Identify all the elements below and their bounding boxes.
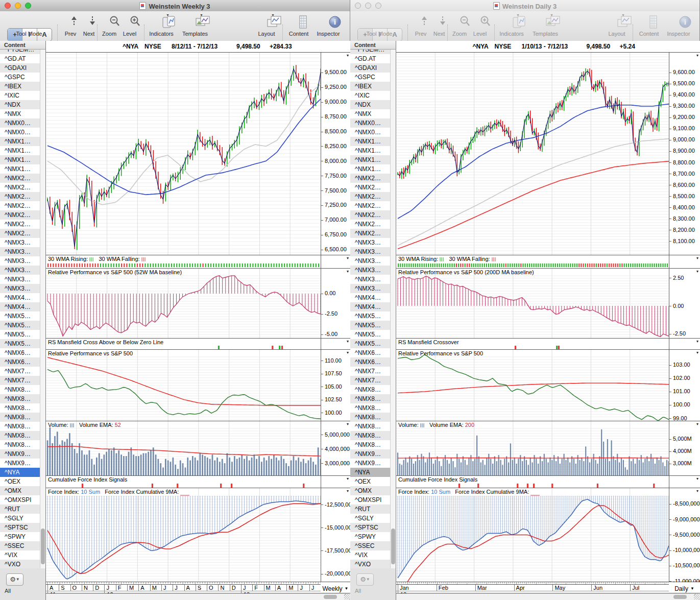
- panel-menu-icon[interactable]: ▾: [696, 53, 698, 58]
- indicators-button[interactable]: ▼Indicators: [147, 11, 176, 40]
- resize-grip[interactable]: [344, 594, 350, 599]
- sidebar-item[interactable]: ^NMX9…: [0, 449, 40, 459]
- sidebar-item[interactable]: ^GDAXI: [350, 63, 391, 73]
- panel-menu-icon[interactable]: ▾: [696, 476, 698, 481]
- sidebar-item[interactable]: ^NMX3…: [350, 284, 391, 293]
- sidebar-item[interactable]: ^VXO: [0, 560, 40, 568]
- sidebar-item[interactable]: ^NMX1…: [0, 137, 40, 146]
- panel-menu-icon[interactable]: ▾: [347, 489, 349, 493]
- sidebar-item[interactable]: ^NMX8…: [0, 440, 40, 449]
- sidebar-item[interactable]: ^NMX1…: [0, 146, 40, 155]
- sidebar-item[interactable]: ^NMX9…: [350, 459, 391, 468]
- periodicity-dropdown[interactable]: Weekly▼: [321, 585, 350, 592]
- sidebar-item[interactable]: ^NMX1…: [0, 155, 40, 164]
- sidebar-item[interactable]: ^NMX2…: [350, 183, 391, 192]
- resize-grip[interactable]: [694, 594, 699, 599]
- sidebar-item[interactable]: ^NMX6…: [0, 348, 40, 357]
- sidebar-item[interactable]: ^OMXSPI: [0, 495, 40, 505]
- gear-action-button[interactable]: ⚙▼: [356, 573, 374, 586]
- sidebar-item[interactable]: ^NMX9…: [350, 449, 391, 459]
- sidebar-item[interactable]: ^NMX5…: [350, 330, 391, 339]
- sidebar-item[interactable]: ^NMX: [0, 109, 40, 118]
- sidebar-item[interactable]: ^NMX0…: [0, 118, 40, 128]
- sidebar-item[interactable]: ^NMX2…: [350, 220, 391, 229]
- scrollbar-thumb[interactable]: [324, 595, 337, 599]
- inspector-button[interactable]: iInspector: [313, 11, 343, 40]
- sidebar-item[interactable]: ^NMX2…: [0, 210, 40, 220]
- templates-button[interactable]: ▼Templates: [180, 11, 210, 40]
- sidebar-item[interactable]: ^NMX5…: [0, 321, 40, 330]
- layout-button[interactable]: ▼Layout: [606, 11, 628, 40]
- sidebar-item[interactable]: ^NMX: [350, 109, 391, 118]
- sidebar-item[interactable]: ^NMX3…: [0, 238, 40, 247]
- sidebar-item[interactable]: ^NMX0…: [350, 128, 391, 137]
- sidebar-item[interactable]: ^NDX: [0, 100, 40, 109]
- sidebar-item[interactable]: ^NMX3…: [350, 238, 391, 247]
- sidebar-item[interactable]: ^IBEX: [350, 82, 391, 91]
- sidebar-item[interactable]: ^VIX: [0, 550, 40, 560]
- sidebar-item[interactable]: ^SGLY: [350, 514, 391, 523]
- next-button[interactable]: Next: [80, 11, 98, 40]
- sidebar-item[interactable]: ^IXIC: [0, 91, 40, 100]
- templates-button[interactable]: ▼Templates: [530, 11, 561, 40]
- sidebar-scrollbar[interactable]: [40, 50, 45, 568]
- scrollbar-thumb[interactable]: [673, 595, 687, 599]
- inspector-button[interactable]: iInspector: [664, 11, 693, 40]
- sidebar-item[interactable]: ^NMX4…: [0, 302, 40, 311]
- sidebar-item[interactable]: ^RUT: [350, 505, 391, 514]
- sidebar-item[interactable]: ^IBEX: [0, 82, 40, 91]
- sidebar-item[interactable]: ^NMX5…: [350, 311, 391, 321]
- sidebar-item[interactable]: ^NMX8…: [350, 413, 391, 422]
- sidebar-item[interactable]: ^OEX: [0, 477, 40, 486]
- sidebar-item[interactable]: ^NMX8…: [0, 385, 40, 394]
- sidebar-item[interactable]: ^NMX3…: [0, 266, 40, 275]
- sidebar-item[interactable]: ^NMX1…: [350, 146, 391, 155]
- sidebar-item[interactable]: ^NMX4…: [350, 293, 391, 302]
- zoom-out-button[interactable]: Zoom: [99, 11, 119, 40]
- sidebar-item[interactable]: ^NMX7…: [0, 367, 40, 376]
- sidebar-item[interactable]: ^NMX2…: [350, 229, 391, 238]
- sidebar-item[interactable]: ^GD.AT: [350, 54, 391, 63]
- sidebar-item[interactable]: ^NMX2…: [0, 183, 40, 192]
- sidebar-item[interactable]: ^NMX8…: [0, 431, 40, 440]
- sidebar-item[interactable]: ^NDX: [350, 100, 391, 109]
- sidebar-item[interactable]: ^GDAXI: [0, 63, 40, 73]
- layout-button[interactable]: ▼Layout: [255, 11, 278, 40]
- panel-menu-icon[interactable]: ▾: [347, 350, 349, 355]
- sidebar-item[interactable]: ^NMX8…: [350, 394, 391, 403]
- symbol-list[interactable]: ^FTSEM…^GD.AT^GDAXI^GSPC^IBEX^IXIC^NDX^N…: [350, 50, 396, 568]
- sidebar-item[interactable]: ^OEX: [350, 477, 391, 486]
- sidebar-item[interactable]: ^NMX8…: [350, 431, 391, 440]
- sidebar-item[interactable]: ^OMXSPI: [350, 495, 391, 505]
- sidebar-item[interactable]: ^NMX3…: [350, 247, 391, 256]
- panel-menu-icon[interactable]: ▾: [696, 422, 698, 426]
- sidebar-item[interactable]: ^SGLY: [0, 514, 40, 523]
- content-button[interactable]: Content: [636, 11, 662, 40]
- sidebar-item[interactable]: ^NMX5…: [0, 339, 40, 348]
- sidebar-item-selected[interactable]: ^NYA: [0, 468, 40, 477]
- sidebar-item[interactable]: ^NMX4…: [0, 293, 40, 302]
- sidebar-item[interactable]: ^GSPC: [0, 73, 40, 82]
- content-button[interactable]: Content: [286, 11, 311, 40]
- sidebar-item[interactable]: ^NMX3…: [350, 275, 391, 284]
- sidebar-item[interactable]: ^NMX8…: [350, 440, 391, 449]
- sidebar-item[interactable]: ^NMX2…: [350, 174, 391, 183]
- sidebar-item[interactable]: ^VIX: [350, 550, 391, 560]
- zoom-out-button[interactable]: Zoom: [449, 11, 470, 40]
- sidebar-item[interactable]: ^FTSEM…: [0, 50, 40, 54]
- sidebar-item[interactable]: ^OMX: [0, 486, 40, 495]
- sidebar-item[interactable]: ^SSEC: [350, 541, 391, 550]
- sidebar-item[interactable]: ^NMX3…: [350, 256, 391, 266]
- sidebar-item[interactable]: ^RUT: [0, 505, 40, 514]
- sidebar-item[interactable]: ^NMX1…: [350, 164, 391, 174]
- horizontal-scrollbar[interactable]: [396, 593, 700, 600]
- panel-menu-icon[interactable]: ▾: [347, 256, 349, 260]
- sidebar-scrollbar-thumb[interactable]: [41, 529, 45, 564]
- sidebar-item[interactable]: ^SPTSC: [0, 523, 40, 532]
- sidebar-item[interactable]: ^NMX5…: [350, 339, 391, 348]
- sidebar-scrollbar-thumb[interactable]: [391, 529, 395, 564]
- sidebar-item[interactable]: ^NMX9…: [0, 459, 40, 468]
- sidebar-item[interactable]: ^NMX2…: [0, 174, 40, 183]
- indicators-button[interactable]: ▼Indicators: [497, 11, 526, 40]
- sidebar-item[interactable]: ^NMX1…: [0, 164, 40, 174]
